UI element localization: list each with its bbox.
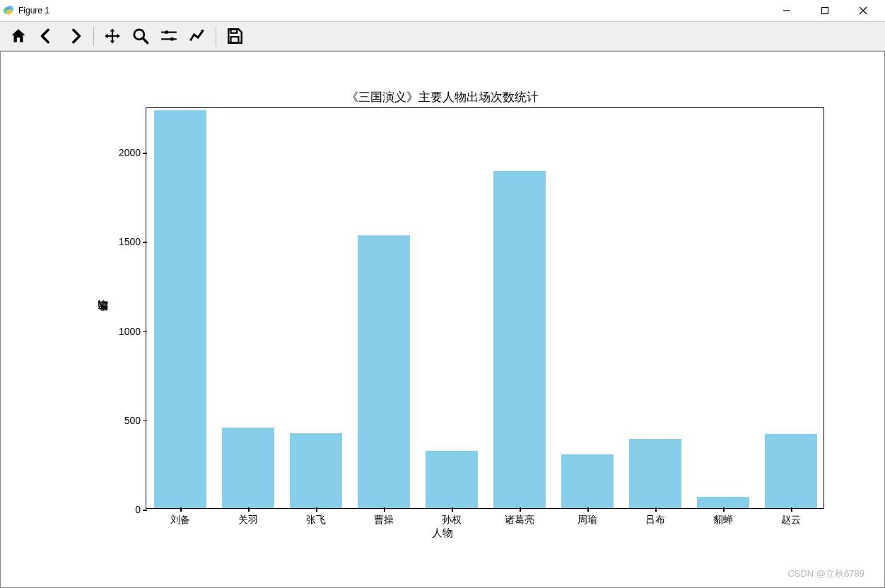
subplots-button[interactable] bbox=[156, 24, 182, 48]
svg-rect-14 bbox=[231, 37, 239, 43]
watermark: CSDN @立秋6789 bbox=[787, 568, 865, 580]
svg-rect-13 bbox=[231, 29, 238, 33]
x-tick: 貂蝉 bbox=[713, 508, 733, 527]
bar bbox=[697, 497, 750, 508]
y-tick: 2000 bbox=[119, 147, 146, 158]
chart-container: 《三国演义》主要人物出场次数统计 出场次数 0500100015002000刘备… bbox=[54, 72, 831, 567]
toolbar-separator bbox=[93, 26, 94, 46]
axes-edit-button[interactable] bbox=[184, 24, 210, 48]
bar bbox=[493, 171, 546, 508]
pan-button[interactable] bbox=[100, 24, 125, 48]
chart-canvas[interactable]: 《三国演义》主要人物出场次数统计 出场次数 0500100015002000刘备… bbox=[0, 51, 885, 588]
x-tick: 张飞 bbox=[306, 508, 326, 527]
bar bbox=[765, 434, 818, 508]
svg-point-2 bbox=[6, 9, 12, 15]
titlebar: Figure 1 bbox=[0, 0, 885, 21]
bar bbox=[561, 454, 614, 508]
svg-line-8 bbox=[143, 38, 148, 43]
chart-title: 《三国演义》主要人物出场次数统计 bbox=[54, 89, 831, 105]
zoom-button[interactable] bbox=[128, 24, 153, 48]
toolbar-separator bbox=[216, 26, 216, 46]
save-button[interactable] bbox=[222, 24, 247, 48]
bar bbox=[629, 439, 682, 508]
toolbar bbox=[0, 21, 885, 51]
home-button[interactable] bbox=[6, 24, 31, 48]
x-tick: 关羽 bbox=[238, 508, 258, 527]
bar bbox=[222, 428, 275, 508]
window-title: Figure 1 bbox=[18, 6, 49, 16]
y-tick: 500 bbox=[124, 415, 146, 426]
x-tick: 赵云 bbox=[781, 508, 801, 527]
close-button[interactable] bbox=[852, 2, 874, 19]
maximize-button[interactable] bbox=[814, 2, 836, 19]
x-tick: 诸葛亮 bbox=[505, 508, 534, 527]
y-tick: 1000 bbox=[119, 326, 146, 337]
minimize-button[interactable] bbox=[776, 2, 797, 19]
bar bbox=[358, 235, 411, 508]
plot-area: 0500100015002000刘备关羽张飞曹操孙权诸葛亮周瑜吕布貂蝉赵云 bbox=[146, 107, 824, 509]
bar bbox=[154, 110, 207, 508]
y-tick: 1500 bbox=[119, 236, 146, 247]
x-axis-label: 人物 bbox=[54, 527, 831, 540]
svg-rect-12 bbox=[170, 37, 173, 40]
app-icon bbox=[3, 5, 14, 16]
x-tick: 吕布 bbox=[645, 508, 665, 527]
x-tick: 周瑜 bbox=[578, 508, 597, 527]
x-tick: 孙权 bbox=[442, 508, 462, 527]
y-tick: 0 bbox=[135, 504, 146, 515]
forward-button[interactable] bbox=[62, 24, 88, 48]
bar bbox=[426, 451, 479, 508]
window-controls bbox=[776, 2, 882, 19]
x-tick: 刘备 bbox=[170, 508, 190, 527]
x-tick: 曹操 bbox=[374, 508, 394, 527]
back-button[interactable] bbox=[34, 24, 59, 48]
bar bbox=[290, 433, 343, 508]
svg-rect-10 bbox=[165, 30, 168, 33]
svg-rect-4 bbox=[822, 8, 828, 14]
